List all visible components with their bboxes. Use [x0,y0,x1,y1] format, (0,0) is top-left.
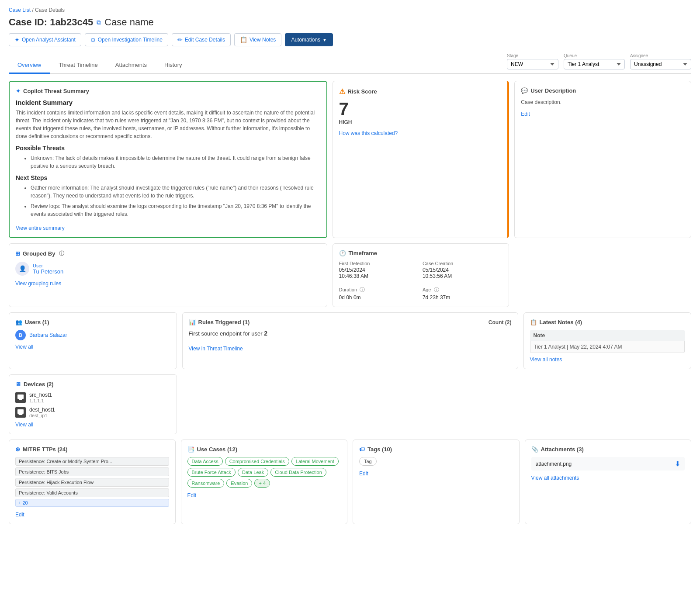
risk-level: HIGH [339,119,502,125]
user-item: B Barbara Salazar [15,330,170,340]
tab-overview[interactable]: Overview [9,57,50,74]
user-desc-icon: 💬 [521,87,528,94]
view-notes-button[interactable]: 📋 View Notes [234,33,281,46]
svg-rect-5 [18,415,23,415]
possible-threats-title: Possible Threats [16,145,320,152]
view-in-threat-timeline-link[interactable]: View in Threat Timeline [189,346,243,352]
assignee-select[interactable]: Unassigned John Doe [630,59,691,69]
duration: Duration ⓘ 0d 0h 0m [339,286,419,301]
stage-select[interactable]: NEW IN PROGRESS CLOSED [507,59,558,69]
devices-icon: 🖥 [15,381,21,388]
row-1: ✦ Copilot Threat Summary Incident Summar… [9,81,691,238]
svg-rect-0 [17,395,24,399]
toolbar: ✦ Open Analyst Assistant ⊙ Open Investig… [9,33,691,46]
age-info-icon[interactable]: ⓘ [434,287,439,293]
svg-rect-2 [18,400,23,400]
tab-threat-timeline[interactable]: Threat Timeline [50,57,107,74]
grouped-by-avatar: 👤 [15,262,29,276]
stage-group: Stage NEW IN PROGRESS CLOSED [507,53,558,69]
age: Age ⓘ 7d 23h 37m [423,286,502,301]
view-grouping-rules-link[interactable]: View grouping rules [15,280,61,287]
tab-attachments[interactable]: Attachments [107,57,156,74]
case-creation: Case Creation 05/15/2024 10:53:56 AM [423,261,502,279]
tags-footer: Edit [359,470,513,477]
queue-label: Queue [564,53,625,58]
user-desc-text: Case description. [521,98,685,106]
tag-item-0: Tag [359,457,377,466]
age-label: Age ⓘ [423,286,502,294]
users-title: 👥 Users (1) [15,319,170,325]
users-icon: 👥 [15,319,22,325]
use-case-tag-3: Brute Force Attack [187,468,236,477]
users-view-all-link[interactable]: View all [15,344,170,350]
edit-case-button[interactable]: ✏ Edit Case Details [172,33,231,46]
age-value: 7d 23h 37m [423,294,502,301]
tags-list: Tag [359,457,513,466]
threat-item: Unknown: The lack of details makes it im… [31,154,320,170]
mitre-footer: Edit [15,511,169,518]
grouped-by-user: 👤 User Tu Peterson [15,262,321,276]
use-cases-edit-link[interactable]: Edit [187,492,197,498]
tags-edit-link[interactable]: Edit [359,471,368,477]
devices-card: 🖥 Devices (2) src_host1 1.1.1.1 [9,374,177,434]
tabs-left: Overview Threat Timeline Attachments His… [9,57,191,73]
how-calculated-link[interactable]: How was this calculated? [339,130,398,136]
case-creation-date: 05/15/2024 [423,267,502,273]
user-desc-title: 💬 User Description [521,87,685,94]
breadcrumb-parent[interactable]: Case List [9,7,31,13]
device-name-2: dest_host1 [29,407,55,413]
queue-select[interactable]: Tier 1 Analyst Tier 2 Analyst [564,59,625,69]
mitre-edit-link[interactable]: Edit [15,512,24,518]
row-2: ⊞ Grouped By ⓘ 👤 User Tu Peterson View g… [9,243,691,307]
tab-history[interactable]: History [156,57,191,74]
open-analyst-button[interactable]: ✦ Open Analyst Assistant [9,33,81,46]
step-1: Gather more information: The analyst sho… [31,184,320,200]
timeframe-grid: First Detection 05/15/2024 10:46:38 AM C… [339,261,503,301]
risk-score-card: ⚠ Risk Score 7 HIGH How was this calcula… [333,81,509,238]
grouped-by-user-link[interactable]: Tu Peterson [33,268,63,275]
view-all-notes-link[interactable]: View all notes [530,356,685,363]
duration-info-icon[interactable]: ⓘ [360,287,365,293]
user-avatar-small: B [15,330,26,340]
user-name-link[interactable]: Barbara Salazar [29,332,67,338]
row-4: 🖥 Devices (2) src_host1 1.1.1.1 [9,374,691,434]
device-icon-2 [15,407,26,418]
row-3: 👥 Users (1) B Barbara Salazar View all 📊… [9,312,691,369]
download-icon[interactable]: ⬇ [675,460,680,468]
copy-icon[interactable]: ⧉ [97,19,101,26]
empty-right [523,374,692,434]
breadcrumb: Case List / Case Details [9,7,691,13]
users-card: 👥 Users (1) B Barbara Salazar View all [9,312,177,369]
case-creation-label: Case Creation [423,261,502,266]
mitre-tag-1: Persistence: BITS Jobs [15,467,169,476]
use-case-tag-8: + 4 [254,479,270,488]
note-container: Note Tier 1 Analyst | May 22, 2024 4:07 … [530,330,685,353]
use-cases-card: 📑 Use Cases (12) Data Access Compromised… [181,440,348,524]
tags-icon: 🏷 [359,446,365,453]
copilot-icon: ✦ [16,88,21,94]
grouped-by-info-icon[interactable]: ⓘ [59,250,64,257]
next-steps-title: Next Steps [16,174,320,181]
user-description-card: 💬 User Description Case description. Edi… [514,81,691,238]
tags-title: 🏷 Tags (10) [359,446,513,453]
open-investigation-button[interactable]: ⊙ Open Investigation Timeline [85,33,168,46]
view-entire-summary-link[interactable]: View entire summary [16,225,65,231]
first-detection-date: 05/15/2024 [339,267,419,273]
attachment-row: attachment.png ⬇ [531,457,685,471]
main-content: ✦ Copilot Threat Summary Incident Summar… [9,81,691,524]
investigation-icon: ⊙ [90,36,96,43]
devices-title: 🖥 Devices (2) [15,381,170,388]
timeframe-icon: 🕐 [339,250,346,256]
attachments-title: 📎 Attachments (3) [531,446,685,453]
view-all-attachments-link[interactable]: View all attachments [531,475,685,481]
row-5: ⊛ MITRE TTPs (24) Persistence: Create or… [9,440,691,524]
devices-view-all-link[interactable]: View all [15,422,170,428]
queue-group: Queue Tier 1 Analyst Tier 2 Analyst [564,53,625,69]
case-id: Case ID: 1ab23c45 [9,17,93,28]
device-item-2: dest_host1 dest_ip1 [15,407,170,418]
user-desc-edit-link[interactable]: Edit [521,111,530,117]
automations-button[interactable]: Automations ▼ [285,33,333,46]
device-info-2: dest_host1 dest_ip1 [29,407,55,418]
grouped-by-footer: View grouping rules [15,280,321,287]
grouped-by-type: User [33,263,63,268]
